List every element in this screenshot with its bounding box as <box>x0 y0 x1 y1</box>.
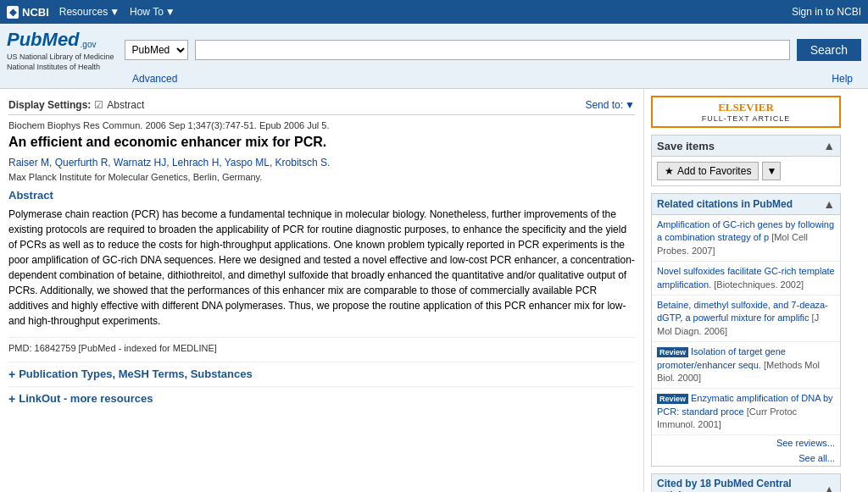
display-settings-label: Display Settings: <box>8 99 91 111</box>
pub-types-label: Publication Types, MeSH Terms, Substance… <box>19 368 252 380</box>
resources-menu[interactable]: Resources ▼ <box>59 6 120 18</box>
display-bar: Display Settings: ☑ Abstract Send to: ▼ <box>8 96 635 115</box>
related-citations-title: Related citations in PubMed <box>657 198 793 210</box>
article-journal: Biochem Biophys Res Commun. 2006 Sep 1;3… <box>8 120 635 130</box>
save-items-header: Save items ▲ <box>652 135 840 157</box>
review-badge: Review <box>657 347 688 357</box>
see-reviews-link[interactable]: See reviews... <box>652 435 840 451</box>
add-favorites-button[interactable]: ★ Add to Favorites <box>657 162 759 180</box>
see-all-link[interactable]: See all... <box>652 451 840 466</box>
related-scroll-btn[interactable]: ▲ <box>823 197 835 211</box>
search-bar: PubMed .gov US National Library of Medic… <box>0 24 868 89</box>
related-citation-item[interactable]: ReviewIsolation of target gene promoter/… <box>652 342 840 389</box>
pubmed-logo-gov: .gov <box>81 40 97 49</box>
cited-by-panel: Cited by 18 PubMed Central articles ▲ Im… <box>651 473 841 492</box>
ncbi-icon: ◆ <box>7 6 19 19</box>
abstract-text: Polymerase chain reaction (PCR) has beco… <box>8 207 635 329</box>
linkout-section[interactable]: + LinkOut - more resources <box>8 386 635 406</box>
related-citations-panel: Related citations in PubMed ▲ Amplificat… <box>651 193 841 467</box>
pub-types-section[interactable]: + Publication Types, MeSH Terms, Substan… <box>8 362 635 381</box>
save-items-body: ★ Add to Favorites ▼ <box>652 157 840 185</box>
journal-name: Biochem Biophys Res Commun. <box>8 120 142 130</box>
database-select[interactable]: PubMed <box>125 40 188 60</box>
resources-arrow: ▼ <box>109 6 120 18</box>
cited-by-title: Cited by 18 PubMed Central articles <box>657 478 823 492</box>
pubmed-logo: PubMed .gov <box>7 29 96 51</box>
related-items-list: Amplification of GC-rich genes by follow… <box>652 215 840 435</box>
send-to-arrow: ▼ <box>625 99 635 111</box>
article-authors: Raiser M, Querfurth R, Warnatz HJ, Lehra… <box>8 157 635 169</box>
journal-date: 2006 Sep 1;347(3):747-51. Epub 2006 Jul … <box>145 120 329 130</box>
expand-icon-pub-types: + <box>8 368 15 381</box>
dropdown-arrow: ▼ <box>766 165 776 177</box>
cited-by-header: Cited by 18 PubMed Central articles ▲ <box>652 474 840 492</box>
search-row2: Advanced Help <box>7 73 861 85</box>
pubmed-subtitle-line1: US National Library of Medicine <box>7 53 114 61</box>
send-to-label: Send to: <box>585 99 623 111</box>
howto-label: How To <box>130 6 164 18</box>
main-content: Display Settings: ☑ Abstract Send to: ▼ … <box>0 89 868 492</box>
review-badge: Review <box>657 394 688 404</box>
add-favorites-label: Add to Favorites <box>677 165 751 177</box>
ncbi-label: NCBI <box>22 6 49 19</box>
elsevier-text: ELSEVIER <box>658 101 834 114</box>
save-items-scroll[interactable]: ▲ <box>823 139 835 152</box>
display-checkbox-icon: ☑ <box>94 99 103 111</box>
search-button[interactable]: Search <box>797 39 861 61</box>
expand-icon-linkout: + <box>8 392 15 406</box>
journal-ref: [Biotechniques. 2002] <box>714 279 804 290</box>
top-navigation: ◆ NCBI Resources ▼ How To ▼ Sign in to N… <box>0 0 868 24</box>
favorites-dropdown-button[interactable]: ▼ <box>762 162 781 180</box>
signin-link[interactable]: Sign in to NCBI <box>792 6 861 18</box>
pubmed-subtitle-line2: National Institutes of Health <box>7 63 100 71</box>
resources-label: Resources <box>59 6 108 18</box>
help-link[interactable]: Help <box>832 73 853 85</box>
save-items-title: Save items <box>657 140 715 152</box>
search-bar-inner: PubMed .gov US National Library of Medic… <box>7 29 861 71</box>
sidebar: ELSEVIER FULL-TEXT ARTICLE Save items ▲ … <box>644 89 848 492</box>
pubmed-logo-text: PubMed <box>7 29 80 51</box>
ncbi-logo[interactable]: ◆ NCBI <box>7 6 49 19</box>
elsevier-banner[interactable]: ELSEVIER FULL-TEXT ARTICLE <box>651 96 841 128</box>
howto-arrow: ▼ <box>165 6 175 18</box>
abstract-header: Abstract <box>8 189 635 202</box>
article-affiliation: Max Planck Institute for Molecular Genet… <box>8 172 635 182</box>
save-items-panel: Save items ▲ ★ Add to Favorites ▼ <box>651 135 841 186</box>
authors-text[interactable]: Raiser M, Querfurth R, Warnatz HJ, Lehra… <box>8 157 330 169</box>
article-area: Display Settings: ☑ Abstract Send to: ▼ … <box>0 89 644 492</box>
elsevier-sub: FULL-TEXT ARTICLE <box>658 114 834 123</box>
related-citation-item[interactable]: Amplification of GC-rich genes by follow… <box>652 215 840 262</box>
linkout-label: LinkOut - more resources <box>19 392 153 405</box>
search-input[interactable] <box>195 40 790 60</box>
related-citation-item[interactable]: Novel sulfoxides facilitate GC-rich temp… <box>652 262 840 296</box>
related-citation-item[interactable]: Betaine, dimethyl sulfoxide, and 7-deaza… <box>652 296 840 342</box>
star-icon: ★ <box>665 165 674 177</box>
related-citation-link[interactable]: Betaine, dimethyl sulfoxide, and 7-deaza… <box>657 300 828 323</box>
howto-menu[interactable]: How To ▼ <box>130 6 175 18</box>
abstract-label: Abstract <box>107 99 144 111</box>
related-citation-item[interactable]: ReviewEnzymatic amplification of DNA by … <box>652 389 840 435</box>
advanced-search-link[interactable]: Advanced <box>132 73 177 85</box>
top-nav-left: ◆ NCBI Resources ▼ How To ▼ <box>7 6 175 19</box>
display-settings[interactable]: Display Settings: ☑ Abstract <box>8 99 144 111</box>
pmid-line: PMD: 16842759 [PubMed - indexed for MEDL… <box>8 337 635 353</box>
related-citations-header: Related citations in PubMed ▲ <box>652 194 840 215</box>
send-to-control[interactable]: Send to: ▼ <box>585 99 635 111</box>
cited-scroll-btn[interactable]: ▲ <box>823 483 835 492</box>
article-title: An efficient and economic enhancer mix f… <box>8 134 635 152</box>
